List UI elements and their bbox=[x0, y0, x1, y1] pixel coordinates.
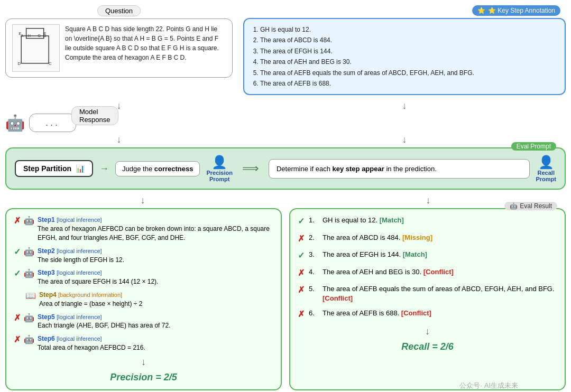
precision-arrow-value: ↓ Precision = 2/5 bbox=[14, 357, 273, 383]
precision-value: Precision = 2/5 bbox=[14, 372, 273, 383]
step-item-2: ✓ 🤖 Step2 [logical inference] The side l… bbox=[14, 247, 273, 265]
eval-prompt-label: Eval Prompt bbox=[511, 142, 556, 151]
person-icon-precision: 👤 bbox=[211, 155, 227, 170]
step4-content: Step4 [background information] Area of t… bbox=[39, 291, 142, 309]
step2-robot: 🤖 bbox=[24, 247, 34, 257]
arrow-down-keystep: ↓ bbox=[243, 100, 566, 111]
precision-result-box: ✗ 🤖 Step1 [logical inference] The area o… bbox=[5, 208, 282, 390]
recall2-text: The area of ABCD is 484. [Missing] bbox=[323, 233, 432, 242]
recall-prompt-label: RecallPrompt bbox=[536, 170, 557, 182]
recall3-text: The area of EFGH is 144. [Match] bbox=[323, 250, 427, 259]
arrow-right-2: ⟹ bbox=[242, 162, 259, 175]
step3-content: Step3 [logical inference] The area of sq… bbox=[38, 268, 158, 286]
question-text: Square A B C D has side length 22. Point… bbox=[65, 24, 226, 72]
top-section: Question E F D C A B H bbox=[5, 5, 566, 95]
arrow-down-question: ↓ bbox=[5, 100, 233, 111]
main-container: Question E F D C A B H bbox=[0, 0, 571, 392]
recall-prompt-box: 👤 RecallPrompt bbox=[536, 155, 557, 182]
step1-content: Step1 [logical inference] The area of he… bbox=[38, 216, 273, 242]
recall3-num: 3. bbox=[309, 250, 318, 259]
recall-item-3: ✓ 3. The area of EFGH is 144. [Match] bbox=[298, 250, 557, 262]
recall4-num: 4. bbox=[309, 267, 318, 277]
step-item-6: ✗ 🤖 Step6 [logical inference] Total area… bbox=[14, 334, 273, 352]
recall2-num: 2. bbox=[309, 233, 318, 242]
recall4-mark: ✗ bbox=[298, 267, 305, 279]
step1-robot: 🤖 bbox=[24, 216, 34, 226]
recall6-mark: ✗ bbox=[298, 309, 305, 320]
step-partition-box: Step Partition 📊 bbox=[15, 160, 93, 177]
table-icon: 📊 bbox=[76, 164, 85, 173]
key-step-box: GH is equal to 12. The area of ABCD is 4… bbox=[243, 18, 566, 95]
key-step-item-3: The area of EFGH is 144. bbox=[260, 46, 557, 57]
recall5-text: The area of AEFB equals the sum of areas… bbox=[323, 284, 557, 303]
recall4-text: The area of AEH and BEG is 30. [Conflict… bbox=[323, 267, 454, 277]
step5-mark: ✗ bbox=[14, 313, 21, 323]
question-label: Question bbox=[97, 5, 141, 16]
ellipsis-box: ... bbox=[29, 114, 76, 132]
recall-item-4: ✗ 4. The area of AEH and BEG is 30. [Con… bbox=[298, 267, 557, 279]
step6-robot: 🤖 bbox=[24, 334, 34, 344]
key-step-list: GH is equal to 12. The area of ABCD is 4… bbox=[252, 24, 557, 89]
step1-mark: ✗ bbox=[14, 216, 21, 226]
key-step-label: ⭐ ⭐ Key Step Annotation bbox=[472, 5, 560, 16]
step3-mark: ✓ bbox=[14, 268, 21, 278]
svg-text:G: G bbox=[38, 33, 41, 38]
step2-content: Step2 [logical inference] The side lengt… bbox=[38, 247, 124, 265]
recall-item-1: ✓ 1. GH is equal to 12. [Match] bbox=[298, 216, 557, 227]
key-step-item-2: The area of ABCD is 484. bbox=[260, 35, 557, 45]
svg-text:C: C bbox=[49, 61, 52, 66]
step-item-5: ✗ 🤖 Step5 [logical inference] Each trian… bbox=[14, 313, 273, 331]
mid-arrows-row: ↓ ↓ bbox=[5, 134, 566, 145]
recall1-mark: ✓ bbox=[298, 216, 305, 227]
recall-arrow-value: ↓ Recall = 2/6 bbox=[298, 326, 557, 352]
svg-rect-0 bbox=[21, 35, 49, 63]
step4-book: 📖 bbox=[25, 291, 36, 301]
recall2-mark: ✗ bbox=[298, 233, 305, 245]
key-step-item-5: The area of AEFB equals the sum of areas… bbox=[260, 68, 557, 78]
key-step-item-4: The area of AEH and BEG is 30. bbox=[260, 57, 557, 67]
determine-box: Determine if each key step appear in the… bbox=[269, 159, 530, 179]
recall3-mark: ✓ bbox=[298, 250, 305, 262]
svg-text:H: H bbox=[27, 33, 30, 38]
step2-mark: ✓ bbox=[14, 247, 21, 257]
svg-text:D: D bbox=[17, 61, 21, 66]
step6-mark: ✗ bbox=[14, 334, 21, 344]
person-icon-recall: 👤 bbox=[538, 155, 554, 170]
recall1-text: GH is equal to 12. [Match] bbox=[323, 216, 404, 225]
watermark: 公众号· AI生成未来 bbox=[459, 381, 518, 390]
key-step-wrapper: ⭐ ⭐ Key Step Annotation GH is equal to 1… bbox=[243, 5, 566, 95]
step6-content: Step6 [logical inference] Total area of … bbox=[38, 334, 145, 352]
step-item-3: ✓ 🤖 Step3 [logical inference] The area o… bbox=[14, 268, 273, 286]
precision-prompt-label: PrecisionPrompt bbox=[206, 170, 233, 182]
step5-content: Step5 [logical inference] Each triangle … bbox=[38, 313, 170, 331]
recall1-num: 1. bbox=[309, 216, 318, 225]
model-response-label: Model Response bbox=[71, 106, 118, 125]
recall-item-2: ✗ 2. The area of ABCD is 484. [Missing] bbox=[298, 233, 557, 245]
question-diagram: E F D C A B H G bbox=[12, 24, 60, 72]
precision-prompt-box: 👤 PrecisionPrompt bbox=[206, 155, 233, 182]
key-step-item-6: The area of AEFB is 688. bbox=[260, 78, 557, 89]
recall5-num: 5. bbox=[309, 284, 318, 294]
recall5-mark: ✗ bbox=[298, 284, 305, 296]
step5-robot: 🤖 bbox=[24, 313, 34, 323]
key-step-item-1: GH is equal to 12. bbox=[260, 24, 557, 35]
step-item-1: ✗ 🤖 Step1 [logical inference] The area o… bbox=[14, 216, 273, 242]
judge-box: Judge the correctness bbox=[115, 161, 200, 176]
step-partition-label: Step Partition bbox=[23, 164, 71, 173]
recall-result-box: ✓ 1. GH is equal to 12. [Match] ✗ 2. The… bbox=[289, 208, 566, 390]
bottom-arrows-row: ↓ ↓ bbox=[5, 195, 566, 206]
step3-robot: 🤖 bbox=[24, 268, 34, 278]
question-wrapper: Question E F D C A B H bbox=[5, 5, 233, 78]
recall-item-5: ✗ 5. The area of AEFB equals the sum of … bbox=[298, 284, 557, 303]
arrow-right-1: → bbox=[99, 163, 109, 174]
recall-item-6: ✗ 6. The area of AEFB is 688. [Conflict] bbox=[298, 309, 557, 320]
recall-value: Recall = 2/6 bbox=[298, 341, 557, 352]
recall6-num: 6. bbox=[309, 309, 318, 318]
question-box: E F D C A B H G Square A B C D has side … bbox=[5, 18, 233, 78]
step-item-4: 📖 Step4 [background information] Area of… bbox=[14, 291, 273, 309]
robot-icon-main: 🤖 bbox=[5, 114, 25, 132]
results-section: 🤖 Eval Result ✗ 🤖 Step1 [logical inferen… bbox=[5, 208, 566, 390]
eval-result-badge: 🤖 Eval Result bbox=[504, 202, 557, 210]
svg-text:B: B bbox=[43, 33, 46, 38]
eval-band: Eval Prompt Step Partition 📊 → Judge the… bbox=[5, 147, 566, 190]
